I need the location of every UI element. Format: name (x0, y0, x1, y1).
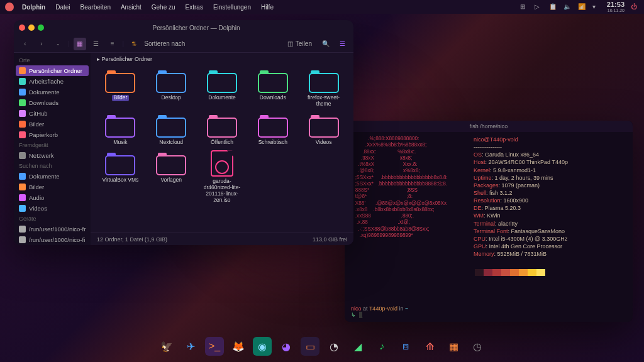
folder-icon (19, 67, 26, 74)
tray-volume-icon[interactable]: 🔈 (564, 3, 572, 11)
menu-button[interactable]: ☰ (336, 38, 348, 50)
statusbar: 12 Ordner, 1 Datei (1,9 GiB) 113,0 GiB f… (91, 233, 353, 245)
sort-icon[interactable]: ⇅ (128, 38, 140, 50)
terminal-title[interactable]: fish /home/nico (345, 121, 633, 132)
folder-icon (156, 114, 186, 138)
folder-item[interactable]: Dokumente (199, 68, 246, 109)
dock-telegram[interactable]: ✈ (181, 337, 200, 356)
menu-ansicht[interactable]: Ansicht (116, 3, 146, 12)
folder-item[interactable]: Öffentlich (199, 112, 246, 147)
folder-icon (258, 114, 288, 138)
close-button[interactable] (19, 25, 25, 31)
folder-icon (207, 69, 237, 93)
tray-network-icon[interactable]: 📶 (578, 3, 586, 11)
menu-bearbeiten[interactable]: Bearbeiten (76, 3, 115, 12)
folder-item[interactable]: Nextcloud (148, 112, 195, 147)
devices-header: Geräte (14, 214, 91, 224)
folder-icon (19, 131, 26, 138)
view-icons-button[interactable]: ▦ (74, 38, 86, 50)
dock-github[interactable]: ◔ (325, 337, 343, 356)
nav-dropdown-button[interactable]: ⌄ (52, 38, 64, 50)
folder-item[interactable]: Musik (97, 112, 144, 147)
nav-forward-button[interactable]: › (35, 38, 48, 50)
clock[interactable]: 21:53 16.11.20 (607, 1, 625, 13)
clock-date: 16.11.20 (607, 8, 625, 13)
dock-konsole[interactable]: >_ (205, 337, 224, 356)
app-name[interactable]: Dolphin (18, 3, 50, 12)
folder-item[interactable]: Videos (300, 112, 347, 147)
dock-firefox[interactable]: 🦊 (229, 337, 248, 356)
search-button[interactable]: 🔍 (319, 38, 332, 50)
top-panel: Dolphin DateiBearbeitenAnsichtGehe zuExt… (0, 0, 644, 14)
ascii-art: .%;888:X8889888800: .XxX%8%8b8:b%8b88xx8… (351, 136, 474, 302)
folder-item[interactable]: VirtualBox VMs (97, 150, 144, 204)
folder-item[interactable]: Vorlagen (148, 150, 195, 204)
folder-item[interactable]: firefox-sweet-theme (300, 68, 347, 109)
titlebar[interactable]: Persönlicher Ordner — Dolphin (14, 20, 353, 35)
sidebar-item[interactable]: Videos (14, 203, 91, 214)
folder-icon (105, 69, 135, 93)
dock-element[interactable]: ◉ (253, 337, 272, 356)
sidebar-item[interactable]: Dokumente (14, 87, 91, 97)
tray-power-icon[interactable]: ⏻ (631, 3, 639, 11)
maximize-button[interactable] (38, 25, 44, 31)
sidebar-item[interactable]: Persönlicher Ordner (16, 65, 89, 76)
sidebar: Orte Persönlicher OrdnerArbeitsflächeDok… (14, 53, 91, 245)
view-details-button[interactable]: ≡ (106, 38, 119, 50)
sidebar-item[interactable]: Dokumente (14, 171, 91, 182)
dock-virtualbox[interactable]: ⧈ (396, 337, 415, 356)
folder-item[interactable]: Downloads (249, 68, 296, 109)
sort-label[interactable]: Sortieren nach (144, 40, 185, 47)
sidebar-item[interactable]: Bilder (14, 119, 91, 129)
menu-einstellungen[interactable]: Einstellungen (209, 3, 255, 12)
tray-dashboard-icon[interactable]: ⊞ (520, 3, 528, 11)
sidebar-item[interactable]: Netzwerk (14, 150, 91, 161)
folder-icon (19, 99, 26, 106)
folder-item[interactable]: Bilder (97, 68, 144, 109)
dock-spotify[interactable]: ♪ (372, 337, 391, 356)
sidebar-item[interactable]: Arbeitsfläche (14, 76, 91, 87)
folder-item[interactable]: Desktop (148, 68, 195, 109)
menu-datei[interactable]: Datei (51, 3, 74, 12)
tray-clipboard-icon[interactable]: 📋 (549, 3, 557, 11)
folder-grid[interactable]: BilderDesktopDokumenteDownloadsfirefox-s… (91, 65, 353, 233)
sidebar-item[interactable]: /run/user/1000/nico-fr (14, 224, 91, 234)
sidebar-item[interactable]: Audio (14, 192, 91, 203)
dock-vim[interactable]: ◢ (348, 337, 367, 356)
view-compact-button[interactable]: ☰ (90, 38, 103, 50)
folder-name: Bilder (112, 95, 130, 101)
menu-extras[interactable]: Extras (181, 3, 208, 12)
folder-name: Desktop (162, 95, 181, 101)
breadcrumb[interactable]: ▸ Persönlicher Ordner (91, 53, 353, 65)
dock-clock[interactable]: ◷ (468, 337, 487, 356)
minimize-button[interactable] (28, 25, 35, 31)
dock-settings[interactable]: ▦ (444, 337, 463, 356)
sidebar-item[interactable]: GitHub (14, 108, 91, 119)
folder-item[interactable]: garuda-dr460nized-lite-201116-linux-zen.… (199, 150, 246, 204)
folder-icon (19, 184, 26, 190)
sidebar-item[interactable]: Downloads (14, 97, 91, 108)
dock-monitor[interactable]: ⟰ (420, 337, 439, 356)
terminal-body[interactable]: .%;888:X8889888800: .XxX%8%8b8:b%8b88xx8… (345, 132, 633, 305)
folder-name: Nextcloud (159, 140, 183, 146)
folder-name: Schreibtisch (258, 140, 287, 146)
nav-back-button[interactable]: ‹ (19, 38, 31, 50)
sidebar-item[interactable]: Bilder (14, 182, 91, 192)
app-icon[interactable] (5, 3, 14, 11)
neofetch-output: nico@T440p-void --------------- OS: Garu… (474, 136, 626, 302)
content: ▸ Persönlicher Ordner BilderDesktopDokum… (91, 53, 353, 245)
sidebar-item[interactable]: /run/user/1000/nico-fi (14, 234, 91, 245)
menu-hilfe[interactable]: Hilfe (257, 3, 278, 12)
tray-expand-icon[interactable]: ▾ (592, 3, 601, 11)
dock-discord[interactable]: ◕ (277, 337, 296, 356)
tray-media-icon[interactable]: ▷ (535, 3, 543, 11)
menu-gehe zu[interactable]: Gehe zu (147, 3, 180, 12)
places-header: Orte (14, 55, 91, 65)
dock-garuda[interactable]: 🦅 (157, 337, 176, 356)
share-button[interactable]: ◫ Teilen (284, 39, 316, 48)
folder-item[interactable]: Schreibtisch (249, 112, 296, 147)
panel-left: Dolphin DateiBearbeitenAnsichtGehe zuExt… (5, 3, 278, 12)
sidebar-item[interactable]: Papierkorb (14, 129, 91, 140)
prompt[interactable]: nico at T440p-void in ~ ↳ _ (345, 305, 633, 322)
dock-files[interactable]: ▭ (301, 337, 319, 356)
